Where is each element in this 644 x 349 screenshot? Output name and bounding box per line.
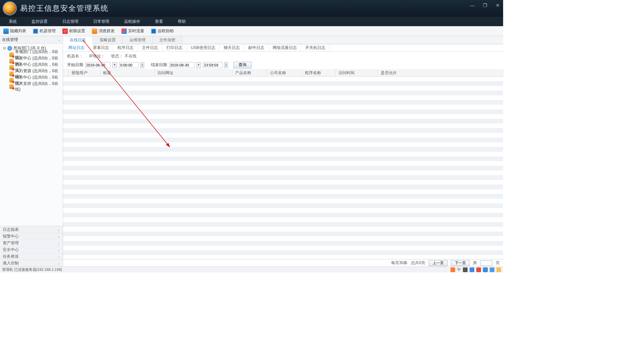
chevron-down-icon: ⌄: [57, 261, 60, 265]
machine-info-row: 机器名： IP地址： 状态：不在线: [63, 52, 503, 60]
table-row: [63, 142, 503, 147]
tb-realtime-traffic[interactable]: 实时流量: [119, 28, 149, 35]
sidebar-accordion: 日志报表⌄ 报警中心⌄ 资产管理⌄ 安全中心⌄ 任务推送⌄ 准入控制⌄: [0, 226, 63, 266]
grid-header: 登陆用户 标题 访问网址 产品名称 公司名称 程序名称 访问时间 是否允许: [63, 70, 503, 77]
end-time-input[interactable]: [203, 62, 222, 68]
tray-icon[interactable]: [450, 267, 455, 272]
subtab-mail-log[interactable]: 邮件日志: [244, 44, 269, 51]
page-suffix: 页: [496, 260, 500, 266]
tb-message-broadcast[interactable]: 消息群发: [90, 28, 119, 35]
maximize-button[interactable]: ❐: [482, 2, 488, 9]
table-row: [63, 147, 503, 152]
tab-policy-settings[interactable]: 策略设置: [93, 36, 123, 44]
col-user[interactable]: 登陆用户: [69, 70, 100, 76]
globe-icon: [7, 46, 12, 51]
folder-icon: [9, 65, 14, 70]
col-time[interactable]: 访问时间: [336, 70, 378, 76]
col-selector[interactable]: [63, 70, 69, 76]
acc-log-report[interactable]: 日志报表⌄: [0, 226, 63, 233]
chart-icon: [121, 29, 127, 34]
tree-node[interactable]: 技术支持 (总共0台，0在线): [0, 83, 63, 90]
menu-remote-ops[interactable]: 远程操作: [117, 17, 148, 26]
menu-view[interactable]: 查看: [148, 17, 170, 26]
end-date-input[interactable]: [169, 62, 195, 68]
prev-page-button[interactable]: 上一页: [429, 260, 447, 266]
collapse-icon[interactable]: ⊟: [3, 46, 6, 50]
acc-access-control[interactable]: 准入控制⌄: [0, 260, 63, 266]
table-row: [63, 166, 503, 170]
acc-asset-manage[interactable]: 资产管理⌄: [0, 240, 63, 246]
status-label: 状态：: [111, 53, 123, 59]
table-row: [63, 236, 503, 241]
end-time-spinner[interactable]: ▲▼: [224, 62, 228, 68]
acc-security-center[interactable]: 安全中心⌄: [0, 246, 63, 253]
subtab-usb-log[interactable]: USB使用日志: [187, 44, 220, 51]
col-title[interactable]: 标题: [100, 70, 155, 76]
toolbar: 隐藏列表 机器管理 权限设置 消息群发 实时流量 远程协助: [0, 26, 503, 36]
menu-help[interactable]: 帮助: [170, 17, 193, 26]
tray-icon[interactable]: [476, 267, 481, 272]
close-button[interactable]: ✕: [494, 2, 501, 9]
tray-icon[interactable]: [490, 267, 494, 272]
start-time-input[interactable]: [119, 62, 139, 68]
table-row: [63, 189, 503, 194]
tray-icon[interactable]: [470, 267, 474, 272]
secondary-tabs: 网址日志 屏幕日志 程序日志 文件日志 打印日志 USB使用日志 聊天日志 邮件…: [63, 44, 503, 52]
tb-hide-list[interactable]: 隐藏列表: [1, 28, 31, 35]
grid-body[interactable]: [63, 77, 503, 259]
table-row: [63, 180, 503, 185]
table-row: [63, 208, 503, 213]
menu-system[interactable]: 系统: [1, 17, 24, 26]
subtab-screen-log[interactable]: 屏幕日志: [89, 44, 113, 51]
tb-machine-manage[interactable]: 机器管理: [31, 28, 60, 35]
status-left: 管理机 已连接服务器[192.168.1.158]: [2, 267, 62, 272]
subtab-power-log[interactable]: 开关机日志: [301, 44, 330, 51]
start-time-spinner[interactable]: ▲▼: [140, 62, 144, 68]
table-row: [63, 77, 503, 81]
tray-icon[interactable]: [496, 267, 501, 272]
tab-file-encrypt[interactable]: 文件加密: [153, 36, 182, 44]
query-button[interactable]: 查询: [233, 62, 252, 68]
menu-daily-manage[interactable]: 日常管理: [86, 17, 117, 26]
tab-online-log[interactable]: 在线日志: [63, 36, 93, 44]
system-tray: 中: [450, 267, 501, 272]
next-page-button[interactable]: 下一页: [451, 260, 470, 266]
chevron-down-icon: ⌄: [57, 228, 60, 232]
acc-task-push[interactable]: 任务推送⌄: [0, 253, 63, 260]
department-tree: ⊟ 所有部门 (共 0 台) 常规部门 (总共0台，0在线) 研发中心 (总共0…: [0, 44, 63, 91]
table-row: [63, 222, 503, 227]
ime-indicator[interactable]: 中: [457, 267, 461, 272]
minimize-button[interactable]: —: [469, 2, 476, 9]
table-row: [63, 194, 503, 199]
tab-ops-manage[interactable]: 运维管理: [123, 36, 153, 44]
col-company[interactable]: 公司名称: [267, 70, 302, 76]
tray-icon[interactable]: [483, 267, 488, 272]
menu-monitor-settings[interactable]: 监控设置: [24, 17, 55, 26]
start-date-label: 开始日期: [67, 62, 83, 68]
subtab-print-log[interactable]: 打印日志: [162, 44, 187, 51]
tb-remote-assist[interactable]: 远程协助: [149, 28, 178, 35]
table-row: [63, 156, 503, 161]
col-product[interactable]: 产品名称: [232, 70, 267, 76]
subtab-chat-log[interactable]: 聊天日志: [220, 44, 244, 51]
tb-permission[interactable]: 权限设置: [60, 28, 90, 35]
subtab-url-log[interactable]: 网址日志: [64, 44, 89, 51]
table-row: [63, 91, 503, 95]
chevron-down-icon: ⌄: [57, 235, 60, 238]
start-date-dropdown[interactable]: ▼: [112, 62, 117, 68]
sidebar-mode-select[interactable]: 在线管理 ⌄: [0, 36, 63, 44]
col-allowed[interactable]: 是否允许: [378, 70, 503, 76]
chevron-down-icon: ⌄: [57, 255, 60, 258]
subtab-program-log[interactable]: 程序日志: [113, 44, 138, 51]
app-logo: [3, 1, 17, 15]
menu-log-manage[interactable]: 日志管理: [55, 17, 86, 26]
start-date-input[interactable]: [85, 62, 111, 68]
end-date-dropdown[interactable]: ▼: [196, 62, 201, 68]
tray-icon[interactable]: [463, 267, 468, 272]
subtab-traffic-log[interactable]: 网络流量日志: [269, 44, 301, 51]
acc-alarm-center[interactable]: 报警中心⌄: [0, 233, 63, 240]
col-program[interactable]: 程序名称: [302, 70, 336, 76]
subtab-file-log[interactable]: 文件日志: [138, 44, 162, 51]
page-input[interactable]: [480, 260, 492, 266]
col-url[interactable]: 访问网址: [155, 70, 232, 76]
